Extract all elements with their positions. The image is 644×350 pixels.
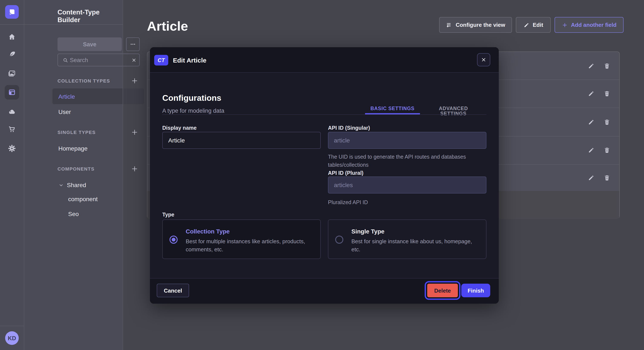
marketplace-cart-icon[interactable] (8, 125, 16, 133)
api-id-singular-helper: The UID is used to generate the API rout… (328, 153, 477, 169)
add-another-field-button[interactable]: Add another field (554, 17, 624, 33)
api-id-plural-label: API ID (Plural) (328, 170, 364, 176)
tabs-divider (162, 114, 486, 115)
sidebar-item-label: User (58, 108, 71, 115)
cancel-label: Cancel (164, 287, 182, 294)
chevron-down-icon[interactable] (58, 182, 64, 188)
delete-label: Delete (434, 287, 451, 294)
finish-button[interactable]: Finish (461, 284, 490, 297)
settings-gear-icon[interactable] (8, 144, 16, 153)
sidebar-item-user[interactable]: User (58, 108, 71, 115)
more-options-button[interactable] (126, 37, 140, 51)
sidebar-item-label: Shared (67, 181, 86, 188)
app-root: Article Configure the view Edit Add anot… (0, 0, 644, 350)
modal-footer: Cancel Delete Finish (150, 278, 499, 304)
edit-pencil-icon[interactable] (588, 147, 594, 154)
sidebar-item-label: Seo (68, 210, 79, 217)
clear-search-icon[interactable] (131, 57, 137, 63)
close-icon (481, 57, 486, 62)
sidebar-title: Content-Type Builder (58, 8, 123, 24)
rail-border (24, 0, 24, 350)
edit-label: Edit (532, 22, 543, 28)
save-button[interactable]: Save (58, 37, 122, 51)
display-name-input[interactable] (162, 132, 321, 149)
collection-type-title: Collection Type (186, 228, 230, 235)
ellipsis-icon (130, 41, 136, 48)
type-label: Type (162, 212, 174, 218)
media-library-icon[interactable] (8, 69, 16, 78)
api-id-plural-helper: Pluralized API ID (328, 199, 477, 206)
sidebar-item-article[interactable]: Article (52, 88, 144, 104)
modal-title: Edit Article (173, 57, 206, 64)
edit-pencil-icon[interactable] (588, 90, 594, 97)
delete-button[interactable]: Delete (427, 284, 458, 297)
feather-icon[interactable] (8, 50, 16, 59)
home-icon[interactable] (8, 33, 16, 41)
save-label: Save (83, 41, 96, 47)
sidebar-item-label: component (68, 195, 98, 202)
sidebar-header-border (0, 24, 123, 25)
trash-icon[interactable] (604, 147, 610, 154)
pencil-icon (523, 22, 529, 28)
sidebar-group-shared[interactable]: Shared (67, 181, 86, 188)
page-title: Article (147, 19, 188, 34)
content-type-badge: CT (154, 55, 168, 65)
trash-icon[interactable] (604, 90, 610, 97)
modal-section-title: Configurations (162, 93, 221, 103)
trash-icon[interactable] (604, 174, 610, 181)
search-input[interactable] (58, 54, 139, 66)
sidebar-item-homepage[interactable]: Homepage (58, 145, 88, 152)
add-single-type-icon[interactable] (131, 128, 138, 136)
single-type-title: Single Type (352, 228, 384, 235)
sidebar-item-label: Homepage (58, 145, 88, 152)
avatar[interactable]: KD (5, 331, 19, 345)
api-id-plural-input[interactable] (328, 176, 486, 193)
section-components: COMPONENTS (58, 166, 94, 172)
single-type-desc: Best for single instance like about us, … (352, 237, 480, 253)
radio-selected-icon[interactable] (170, 236, 178, 244)
edit-pencil-icon[interactable] (588, 118, 594, 125)
configure-view-label: Configure the view (456, 22, 505, 28)
add-collection-type-icon[interactable] (131, 77, 138, 85)
tab-basic-settings[interactable]: BASIC SETTINGS (365, 106, 420, 111)
cloud-icon[interactable] (8, 107, 16, 116)
section-single-types: SINGLE TYPES (58, 130, 96, 135)
sidebar: Content-Type Builder Save COLLECTION TYP… (24, 0, 123, 350)
finish-label: Finish (468, 287, 484, 294)
strapi-logo[interactable] (5, 5, 19, 19)
radio-unselected-icon[interactable] (335, 236, 343, 244)
collection-type-option[interactable]: Collection Type Best for multiple instan… (162, 219, 321, 259)
edit-pencil-icon[interactable] (588, 62, 594, 69)
avatar-initials: KD (8, 335, 16, 341)
modal-header: CT Edit Article (150, 47, 499, 73)
cancel-button[interactable]: Cancel (157, 284, 189, 297)
trash-icon[interactable] (604, 118, 610, 125)
tab-label: BASIC SETTINGS (370, 106, 415, 111)
edit-button[interactable]: Edit (516, 17, 551, 33)
nav-rail: KD (0, 0, 24, 350)
sidebar-item-component[interactable]: component (68, 195, 98, 202)
edit-pencil-icon[interactable] (588, 174, 594, 181)
edit-article-modal: CT Edit Article Configurations A type fo… (150, 47, 499, 304)
single-type-option[interactable]: Single Type Best for single instance lik… (328, 219, 486, 259)
content-type-builder-icon[interactable] (8, 88, 16, 97)
rail-divider (0, 326, 24, 326)
configure-list-icon (446, 22, 452, 28)
badge-label: CT (158, 57, 164, 63)
display-name-label: Display name (162, 125, 196, 131)
api-id-singular-input[interactable] (328, 132, 486, 149)
sidebar-border (123, 0, 123, 350)
close-modal-button[interactable] (477, 53, 490, 66)
add-component-icon[interactable] (131, 165, 138, 173)
plus-icon (562, 22, 568, 28)
sidebar-item-seo[interactable]: Seo (68, 210, 79, 217)
collection-type-desc: Best for multiple instances like article… (186, 237, 314, 253)
modal-section-subtitle: A type for modeling data (162, 108, 224, 114)
trash-icon[interactable] (604, 62, 610, 69)
configure-view-button[interactable]: Configure the view (439, 17, 512, 33)
sidebar-item-label: Article (58, 93, 75, 100)
sidebar-search (58, 54, 140, 66)
api-id-singular-label: API ID (Singular) (328, 125, 370, 131)
add-another-field-label: Add another field (571, 22, 616, 28)
section-collection-types: COLLECTION TYPES (58, 78, 110, 83)
